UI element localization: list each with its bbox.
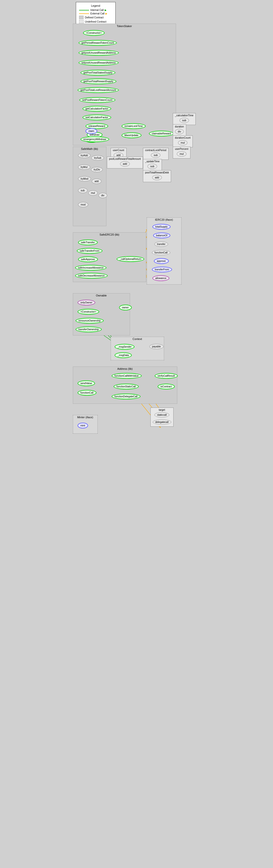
- defined-swatch: [79, 16, 84, 19]
- node-getPoolTotalLostRewardAmount[interactable]: getPoolTotalLostRewardAmount: [78, 87, 119, 93]
- node-functionCallWithValue[interactable]: functionCallWithValue: [112, 373, 142, 379]
- node-constructor[interactable]: <Constructor>: [83, 30, 105, 36]
- node-addr-functionCall[interactable]: functionCall: [78, 390, 96, 396]
- node-getPeriodRewardTokenCount[interactable]: getPeriodRewardTokenCount: [79, 40, 117, 46]
- node-sm-mul[interactable]: mul: [88, 190, 98, 195]
- ownable-label: Ownable: [73, 293, 130, 298]
- node-remainLockTime[interactable]: remainLockTime: [122, 123, 146, 129]
- tokenstaker-label: TokenStaker: [73, 24, 176, 28]
- node-transferFrom[interactable]: transferFrom: [152, 267, 172, 272]
- node-staticcall[interactable]: staticcall: [154, 412, 169, 417]
- node-totalSupply[interactable]: totalSupply: [152, 224, 171, 229]
- node-sm-mod[interactable]: mod: [78, 202, 88, 207]
- node-delegatecall[interactable]: delegatecall: [153, 420, 171, 425]
- node-sub2[interactable]: sub: [151, 153, 160, 158]
- node-transfer[interactable]: transfer: [154, 242, 168, 247]
- node-isContract[interactable]: isContract: [158, 384, 175, 390]
- node-transferOwnership[interactable]: transferOwnership: [75, 327, 102, 332]
- target-label: target: [153, 408, 171, 411]
- safemath-container: SafeMath (lib) tryAdd trySub tryMul tryD…: [73, 147, 107, 226]
- node-claimableReward[interactable]: claimableReward: [149, 131, 174, 136]
- node-approve[interactable]: approve: [154, 258, 169, 264]
- node-payable[interactable]: payable: [149, 344, 163, 349]
- node-owner[interactable]: owner: [119, 305, 132, 310]
- durationCount-container: durationCount mul: [173, 135, 193, 147]
- node-mul1[interactable]: mul: [178, 140, 187, 145]
- node-tryMul[interactable]: tryMul: [78, 164, 90, 170]
- node-mint[interactable]: mint: [78, 423, 88, 428]
- node-safeApprove[interactable]: safeApprove: [78, 256, 98, 262]
- node-balanceOf[interactable]: balanceOf: [153, 232, 171, 238]
- userPercent-label: userPercent: [175, 148, 188, 150]
- internal-call-arrow: ▶: [105, 9, 107, 11]
- node-setpoolUnusedRewardAddress[interactable]: setpoolUnusedRewardAddress: [79, 60, 119, 66]
- internal-call-line: [79, 10, 89, 10]
- node-ierc20-functionCall[interactable]: functionCall: [152, 250, 170, 255]
- duration-container: duration div: [173, 124, 186, 136]
- node-sub3[interactable]: sub: [147, 164, 157, 169]
- calc-time-container: _calculationTime sub: [173, 113, 196, 125]
- duration-label: duration: [175, 125, 184, 128]
- node-functionDelegateCall[interactable]: functionDelegateCall: [112, 394, 141, 399]
- node-setCalculationFactor[interactable]: setCalculationFactor: [83, 115, 111, 120]
- node-emergencyWithdraw[interactable]: emergencyWithdraw: [81, 136, 109, 142]
- node-safeTransferFrom[interactable]: safeTransferFrom: [77, 248, 102, 254]
- legend-item-external: External Call ▶: [79, 12, 112, 15]
- main-wrapper: Legend Internal Call ▶ External Call ▶ D…: [68, 0, 205, 868]
- node-renounceOwnership[interactable]: renounceOwnership: [75, 318, 104, 323]
- legend-label-internal: Internal Call: [91, 9, 104, 11]
- ierc20-container: IERC20 (iface) totalSupply balanceOf tra…: [147, 217, 182, 284]
- node-safeTransfer[interactable]: safeTransfer: [78, 240, 98, 245]
- minter-container: Minter (iface) mint: [73, 415, 98, 434]
- node-getPoolTotalStakedSupply[interactable]: getPoolTotalStakedSupply: [81, 70, 116, 75]
- node-ownable-constructor[interactable]: <Constructor>: [78, 309, 99, 315]
- node-safeIncreaseAllowance[interactable]: safeIncreaseAllowance: [75, 265, 107, 271]
- node-trySub[interactable]: trySub: [91, 155, 104, 160]
- node-tryMod[interactable]: tryMod: [78, 176, 91, 181]
- node-tryAdd[interactable]: tryAdd: [78, 153, 91, 158]
- node-releaseReward[interactable]: releaseReward: [86, 123, 108, 129]
- updateTime-label: _updateTime: [145, 160, 160, 163]
- node-callOptionalReturn[interactable]: _callOptionalReturn: [117, 256, 145, 262]
- safeerc20-label: SafeERC20 (lib): [73, 232, 146, 237]
- node-MassUpdate[interactable]: MassUpdate: [122, 132, 142, 138]
- poolTotalRewardDebt-container: poolTotalRewardDebt add: [143, 170, 171, 182]
- legend-box: Legend Internal Call ▶ External Call ▶ D…: [76, 2, 116, 26]
- node-getCalculationFactor[interactable]: getCalculationFactor: [83, 106, 111, 112]
- node-setPoolRewardTokenCount[interactable]: setPoolRewardTokenCount: [79, 97, 115, 103]
- legend-item-defined: Defined Contract: [79, 16, 112, 19]
- contractLockPeriod-container: contractLockPeriod sub: [143, 148, 169, 160]
- legend-label-undefined: Undefined Contract: [85, 20, 107, 23]
- tokenstaker-container: TokenStaker <Constructor> getPeriodRewar…: [73, 24, 176, 145]
- node-sub1[interactable]: sub: [180, 118, 189, 123]
- node-msgData[interactable]: _msgData: [115, 352, 132, 358]
- userCount-label: userCount: [113, 149, 124, 152]
- node-functionStaticCall[interactable]: functionStaticCall: [114, 384, 139, 390]
- node-add3[interactable]: add: [152, 175, 162, 180]
- calc-time-label: _calculationTime: [175, 114, 194, 117]
- node-div1[interactable]: div: [175, 129, 184, 134]
- poolTotalRewardDebt-label: poolTotalRewardDebt: [145, 171, 169, 174]
- node-allowance[interactable]: allowance: [152, 275, 169, 281]
- node-tryDiv[interactable]: tryDiv: [91, 167, 103, 172]
- node-getpoolUnusedRewardAddress[interactable]: getpoolUnusedRewardAddress: [79, 50, 119, 56]
- node-getPoolTotalRewardSupply[interactable]: getPoolTotalRewardSupply: [81, 79, 116, 84]
- node-verifyCallResult[interactable]: verifyCallResult: [155, 373, 178, 379]
- address-container: Address (lib) sendValue functionCall fun…: [73, 367, 177, 404]
- node-mul2[interactable]: mul: [177, 151, 186, 157]
- node-safeDecreaseAllowance[interactable]: safeDecreaseAllowance: [75, 273, 108, 279]
- node-msgSender[interactable]: _msgSender: [115, 344, 135, 350]
- node-sm-sub[interactable]: sub: [78, 188, 88, 193]
- node-claim[interactable]: claim: [86, 128, 97, 134]
- node-sm-div[interactable]: div: [98, 193, 107, 198]
- node-add2[interactable]: add: [120, 161, 130, 166]
- undefined-swatch: [79, 20, 84, 23]
- ownable-container: Ownable onlyOwner <Constructor> renounce…: [73, 293, 130, 336]
- safemath-label: SafeMath (lib): [73, 147, 106, 151]
- legend-label-defined: Defined Contract: [85, 16, 104, 19]
- node-onlyOwner[interactable]: onlyOwner: [78, 300, 95, 305]
- node-sendValue[interactable]: sendValue: [78, 380, 95, 386]
- node-sm-add[interactable]: add: [92, 179, 101, 184]
- legend-item-undefined: Undefined Contract: [79, 20, 112, 23]
- address-label: Address (lib): [73, 367, 177, 371]
